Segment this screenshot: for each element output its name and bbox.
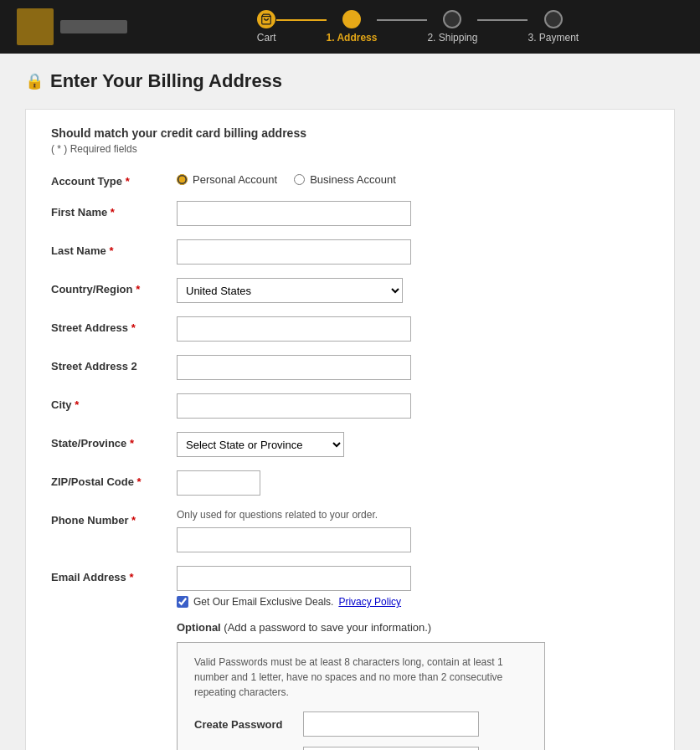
email-input[interactable] <box>177 566 411 591</box>
country-label: Country/Region * <box>51 278 177 295</box>
create-password-label: Create Password <box>194 718 303 731</box>
last-name-label: Last Name * <box>51 239 177 257</box>
connector-2 <box>377 19 427 21</box>
zip-row: ZIP/Postal Code * <box>51 470 649 496</box>
billing-form-section: Should match your credit card billing ad… <box>25 109 675 750</box>
street-address-2-label: Street Address 2 <box>51 355 177 372</box>
connector-1 <box>276 19 327 21</box>
email-deals-checkbox[interactable] <box>177 596 188 608</box>
main-content: 🔒 Enter Your Billing Address Should matc… <box>0 54 700 750</box>
header: Cart ✓ 1. Address 2. Shipping 3. Payment <box>0 0 700 54</box>
street-address-input[interactable] <box>177 316 411 342</box>
step-shipping: 2. Shipping <box>427 10 477 44</box>
optional-password-box: Valid Passwords must be at least 8 chara… <box>177 642 545 750</box>
required-note: ( * ) Required fields <box>51 143 649 155</box>
logo-text-placeholder <box>60 20 127 33</box>
first-name-input[interactable] <box>177 201 411 226</box>
personal-account-label: Personal Account <box>193 173 277 186</box>
zip-label: ZIP/Postal Code * <box>51 470 177 488</box>
email-row: Email Address * Get Our Email Exclusive … <box>51 566 649 608</box>
first-name-label: First Name * <box>51 201 177 218</box>
step-payment: 3. Payment <box>528 10 579 44</box>
last-name-row: Last Name * <box>51 239 649 265</box>
step-address: ✓ 1. Address <box>327 10 378 44</box>
step-shipping-circle <box>443 10 461 28</box>
phone-input[interactable] <box>177 527 411 552</box>
city-label: City * <box>51 393 177 411</box>
state-select[interactable]: Select State or Province Alabama Alaska … <box>177 432 344 457</box>
password-hint: Valid Passwords must be at least 8 chara… <box>194 655 528 700</box>
page-title: 🔒 Enter Your Billing Address <box>25 70 675 92</box>
step-shipping-label: 2. Shipping <box>427 32 477 44</box>
logo-image <box>17 8 54 45</box>
step-cart-label: Cart <box>257 32 276 44</box>
phone-row: Phone Number * Only used for questions r… <box>51 509 649 552</box>
step-address-circle: ✓ <box>342 10 361 28</box>
step-payment-circle <box>544 10 563 28</box>
billing-subtitle: Should match your credit card billing ad… <box>51 126 649 140</box>
create-password-input[interactable] <box>303 711 479 737</box>
checkout-steps: Cart ✓ 1. Address 2. Shipping 3. Payment <box>152 10 683 44</box>
email-label: Email Address * <box>51 566 177 583</box>
connector-3 <box>477 19 528 21</box>
zip-input[interactable] <box>177 470 260 496</box>
logo <box>17 8 127 45</box>
phone-note: Only used for questions related to your … <box>177 509 649 521</box>
account-type-label: Account Type * <box>51 170 177 188</box>
street-address-2-input[interactable] <box>177 355 411 380</box>
optional-section-row: Optional (Add a password to save your in… <box>51 621 649 750</box>
state-label: State/Province * <box>51 432 177 449</box>
first-name-row: First Name * <box>51 201 649 226</box>
business-account-radio[interactable] <box>294 174 305 185</box>
account-type-row: Account Type * Personal Account Business… <box>51 170 649 188</box>
country-row: Country/Region * United States Canada Un… <box>51 278 649 303</box>
step-cart-circle <box>257 10 275 28</box>
street-address-row: Street Address * <box>51 316 649 342</box>
email-checkbox-row: Get Our Email Exclusive Deals. Privacy P… <box>177 596 649 608</box>
account-type-options: Personal Account Business Account <box>177 170 649 186</box>
city-input[interactable] <box>177 393 411 419</box>
confirm-password-row: Confirm Password <box>194 747 528 750</box>
privacy-policy-link[interactable]: Privacy Policy <box>338 596 401 608</box>
country-select[interactable]: United States Canada United Kingdom Aust… <box>177 278 403 303</box>
street-address-label: Street Address * <box>51 316 177 334</box>
business-account-label: Business Account <box>310 173 396 186</box>
optional-label: Optional (Add a password to save your in… <box>177 621 649 634</box>
business-account-option[interactable]: Business Account <box>294 173 396 186</box>
personal-account-radio[interactable] <box>177 174 188 185</box>
phone-label: Phone Number * <box>51 509 177 527</box>
street-address-2-row: Street Address 2 <box>51 355 649 380</box>
step-payment-label: 3. Payment <box>528 32 579 44</box>
personal-account-option[interactable]: Personal Account <box>177 173 277 186</box>
last-name-input[interactable] <box>177 239 411 265</box>
state-row: State/Province * Select State or Provinc… <box>51 432 649 457</box>
create-password-row: Create Password <box>194 711 528 737</box>
email-deals-label: Get Our Email Exclusive Deals. <box>193 596 333 608</box>
step-cart: Cart <box>257 10 276 44</box>
step-address-label: 1. Address <box>327 32 378 44</box>
city-row: City * <box>51 393 649 419</box>
confirm-password-input[interactable] <box>303 747 479 750</box>
lock-icon: 🔒 <box>25 72 44 90</box>
